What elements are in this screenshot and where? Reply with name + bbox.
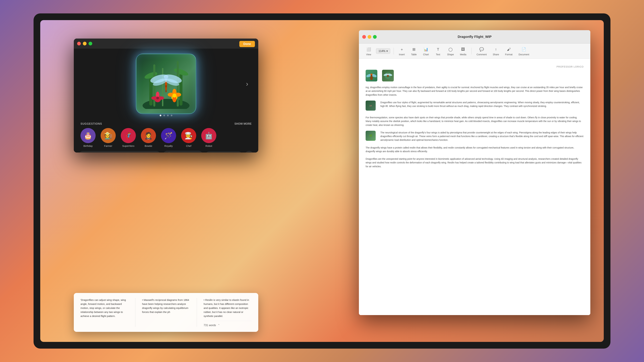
chart-icon: 📊 [423,46,429,52]
text-label: Text [436,53,440,56]
royalty-label: Royalty [164,144,173,147]
pages-toolbar: ⬜ View 114% ▾ ＋ Insert ⊞ [359,43,590,59]
suggestion-superhero[interactable]: 🦸 SuperHero [121,128,136,147]
comment-button[interactable]: 💬 Comment [475,45,488,57]
farmer-label: Farmer [104,144,112,147]
pages-window: Dragonfly Flight_WIP ⬜ View 114% ▾ [359,30,590,315]
table-icon: ⊞ [411,46,417,52]
chart-button[interactable]: 📊 Chart [421,45,431,57]
insert-label: Insert [399,53,405,56]
chef-avatar: 👨‍🍳 [181,128,196,143]
maximize-button[interactable] [373,35,377,39]
superhero-label: SuperHero [122,144,134,147]
chef-label: Chef [186,144,191,147]
share-button[interactable]: ↑ Share [491,45,500,57]
info-panel: 'Dragonflies can adjust wing shape, wing… [74,293,258,332]
format-button[interactable]: 🖌 Format [504,45,514,57]
svg-point-6 [372,74,372,75]
info-text-left: 'Dragonflies can adjust wing shape, wing… [80,298,128,318]
search-input-wrap[interactable]: ✦ [79,151,160,152]
carousel-dot-2[interactable] [163,115,165,116]
suggestion-farmer[interactable]: 🧑‍🌾 Farmer [100,128,116,147]
toolbar-separator [394,48,394,54]
word-count: 731 words [204,324,216,327]
word-count-number: 731 [204,324,208,327]
minimize-button[interactable] [368,35,371,39]
document-button[interactable]: 📄 Document [517,45,531,57]
zoom-value: 114% [378,50,386,53]
screen: Dragonfly Flight_WIP ⬜ View 114% ▾ [40,20,604,342]
person-selector[interactable]: 👤 PERSON Choose... [163,151,203,152]
close-button[interactable] [362,35,366,39]
carousel-next-button[interactable]: › [246,80,248,88]
bowtie-label: Bowtie [144,144,152,147]
window-controls [362,35,377,39]
info-section-far-right: • Resilin is very similar to elastin fou… [204,298,252,327]
toolbar-center: ＋ Insert ⊞ Table 📊 Chart T Text [397,45,468,57]
superhero-avatar: 🦸 [121,128,136,143]
window-title: Dragonfly Flight_WIP [458,35,492,39]
suggestions-area: SUGGESTIONS SHOW MORE 🎂 Birthday 🧑‍🌾 Far… [74,119,258,151]
dragonfly-illustration [141,59,191,109]
svg-point-5 [370,74,372,75]
suggestion-birthday[interactable]: 🎂 Birthday [80,128,96,147]
toolbar-right: 💬 Comment ↑ Share 🖌 Format 📄 Document [475,45,531,57]
shape-button[interactable]: ◯ Shape [446,45,456,57]
ai-maximize-button[interactable] [88,42,92,45]
done-button[interactable]: Done [239,41,255,47]
inline-image-4: 🌿 [366,131,376,141]
ai-generator-window: Done [74,38,258,152]
zoom-control[interactable]: 114% ▾ [376,48,390,54]
view-icon: ⬜ [366,46,372,52]
text-button[interactable]: T Text [433,45,443,57]
robot-label: Robot [206,144,212,147]
inline-image-2 [382,70,394,81]
table-button[interactable]: ⊞ Table [409,45,418,57]
gallery-button[interactable]: ⊞ [245,151,253,152]
article-text: ing, dragonflies employ motion camouflag… [366,85,584,168]
info-text-right-2: • Resilin is very similar to elastin fou… [204,298,252,318]
media-label: Media [460,53,466,56]
carousel-dot-1[interactable] [160,115,161,116]
table-label: Table [411,53,416,56]
style-selector[interactable]: 🎨 STYLE Illustration [206,151,242,152]
format-label: Format [505,53,512,56]
info-section-right: • Maxwell's reciprocal diagrams from 186… [142,298,190,327]
robot-avatar: 🤖 [201,128,216,143]
share-icon: ↑ [493,46,499,52]
bowtie-avatar: 🤵 [141,128,156,143]
share-label: Share [493,53,499,56]
suggestion-list: 🎂 Birthday 🧑‍🌾 Farmer 🦸 SuperHero 🤵 Bowt… [80,128,252,147]
carousel-area: › [74,49,258,119]
insert-icon: ＋ [399,46,405,52]
inline-image-3: 🦗 [366,100,376,111]
format-icon: 🖌 [506,46,512,52]
pages-content: PROFESSOR LORICO [359,59,590,315]
comment-label: Comment [477,53,487,56]
suggestions-label: SUGGESTIONS [80,122,102,125]
carousel-dot-3[interactable] [167,115,169,116]
suggestion-chef[interactable]: 👨‍🍳 Chef [181,128,196,147]
svg-point-24 [172,93,176,97]
media-button[interactable]: 🖼 Media [458,45,468,57]
suggestion-robot[interactable]: 🤖 Robot [201,128,216,147]
farmer-avatar: 🧑‍🌾 [100,128,116,143]
search-bar: ✦ 👤 PERSON Choose... 🎨 STYLE Illustratio… [74,151,258,152]
suggestion-royalty[interactable]: 🪄 Royalty [161,128,176,147]
view-button[interactable]: ⬜ View [364,45,373,57]
insert-button[interactable]: ＋ Insert [397,45,406,57]
ai-close-button[interactable] [77,42,81,45]
word-count-arrow-icon[interactable]: ⌃ [218,324,220,327]
shape-label: Shape [447,53,454,56]
suggestion-bowtie[interactable]: 🤵 Bowtie [141,128,156,147]
words-label: words [209,324,216,327]
word-count-bar: 731 words ⌃ [204,321,252,327]
show-more-button[interactable]: SHOW MORE [234,122,252,125]
info-text-right: • Maxwell's reciprocal diagrams from 186… [142,298,190,314]
suggestions-header: SUGGESTIONS SHOW MORE [80,122,252,125]
document-label: Document [518,53,529,56]
ai-minimize-button[interactable] [83,42,86,45]
svg-point-44 [166,90,167,92]
carousel-dot-4[interactable] [171,115,172,116]
media-icon: 🖼 [460,46,466,52]
